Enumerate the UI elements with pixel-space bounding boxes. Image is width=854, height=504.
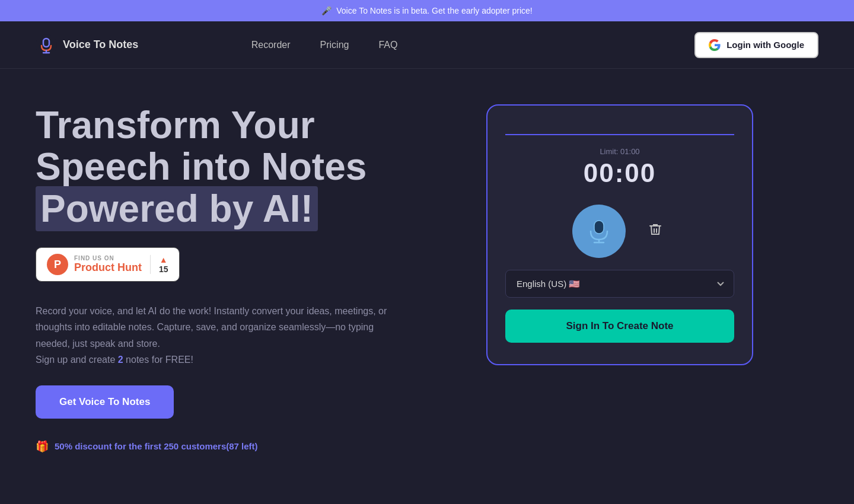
left-column: Transform Your Speech into Notes Powered… [36,104,463,453]
nav-faq[interactable]: FAQ [378,40,397,50]
discount-badge: 🎁 50% discount for the first 250 custome… [36,440,463,453]
nav-pricing[interactable]: Pricing [320,40,349,50]
ph-triangle-icon: ▲ [160,255,168,264]
gift-icon: 🎁 [36,440,49,453]
logo-icon [36,34,57,56]
google-icon [709,39,721,51]
limit-label: Limit: 01:00 [600,147,639,156]
trash-button[interactable] [643,218,667,245]
nav-links: Recorder Pricing FAQ [251,40,398,50]
mic-button[interactable] [572,205,626,258]
language-select[interactable]: English (US) 🇺🇸 Spanish (ES) 🇪🇸 French (… [505,270,734,298]
desc-text3: notes for FREE! [123,355,193,365]
ph-count: 15 [159,264,168,274]
hero-title: Transform Your Speech into Notes Powered… [36,104,463,229]
main-content: Transform Your Speech into Notes Powered… [0,69,854,477]
recorder-card: Limit: 01:00 00:00 [486,104,753,365]
trash-icon [648,222,662,237]
login-button[interactable]: Login with Google [694,32,818,58]
login-button-label: Login with Google [726,40,804,50]
discount-text: 50% discount for the first 250 customers… [55,441,258,451]
desc-text2: Sign up and create [36,355,118,365]
recorder-input-line [505,123,734,135]
hero-title-line2: Speech into Notes [36,145,367,188]
navbar: Voice To Notes Recorder Pricing FAQ Logi… [0,21,854,69]
timer-display: 00:00 [584,158,657,188]
hero-title-line3: Powered by AI! [36,186,318,231]
banner-mic-icon: 🎤 [321,6,332,15]
ph-text: FIND US ON Product Hunt [74,255,142,274]
ph-name: Product Hunt [74,261,142,274]
timer-section: Limit: 01:00 00:00 [584,147,657,188]
top-banner: 🎤 Voice To Notes is in beta. Get the ear… [0,0,854,21]
nav-recorder[interactable]: Recorder [251,40,291,50]
ph-find-us-label: FIND US ON [74,255,142,261]
product-hunt-badge[interactable]: P FIND US ON Product Hunt ▲ 15 [36,247,180,282]
mic-area [572,205,667,258]
desc-text1: Record your voice, and let AI do the wor… [36,306,387,348]
hero-title-line1: Transform Your [36,104,315,146]
description: Record your voice, and let AI do the wor… [36,303,391,368]
desc-highlight: 2 [118,355,123,365]
logo-text: Voice To Notes [63,39,138,51]
ph-logo-circle: P [47,254,68,275]
cta-button[interactable]: Get Voice To Notes [36,385,174,419]
banner-text: Voice To Notes is in beta. Get the early… [336,6,532,15]
ph-upvote: ▲ 15 [150,255,168,274]
right-column: Limit: 01:00 00:00 [486,104,753,365]
logo[interactable]: Voice To Notes [36,34,138,56]
sign-in-button[interactable]: Sign In To Create Note [505,310,734,343]
mic-icon [586,218,612,244]
